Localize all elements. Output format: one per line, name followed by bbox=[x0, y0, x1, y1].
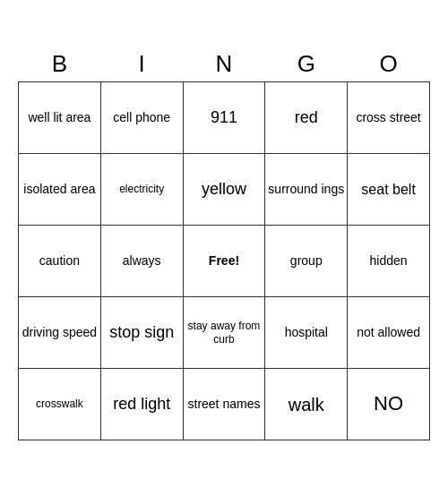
bingo-cell-0-3: red bbox=[265, 82, 348, 154]
bingo-header-row: BINGO bbox=[19, 47, 430, 82]
bingo-cell-4-4: NO bbox=[348, 369, 430, 440]
bingo-cell-2-3: group bbox=[265, 226, 348, 297]
header-col-o: O bbox=[348, 47, 430, 82]
bingo-cell-3-0: driving speed bbox=[19, 297, 101, 369]
bingo-row-0: well lit areacell phone911redcross stree… bbox=[19, 82, 430, 154]
bingo-cell-3-2: stay away from curb bbox=[183, 297, 265, 369]
bingo-cell-2-0: caution bbox=[19, 226, 101, 297]
header-col-b: B bbox=[19, 47, 101, 82]
header-col-i: I bbox=[100, 47, 183, 82]
bingo-cell-2-2: Free! bbox=[183, 226, 265, 297]
header-col-g: G bbox=[265, 47, 348, 82]
header-col-n: N bbox=[183, 47, 265, 82]
bingo-cell-1-1: electricity bbox=[100, 154, 183, 226]
bingo-cell-0-4: cross street bbox=[348, 82, 430, 154]
bingo-row-1: isolated areaelectricityyellowsurround i… bbox=[19, 154, 430, 226]
bingo-cell-4-0: crosswalk bbox=[19, 369, 101, 440]
bingo-cell-0-0: well lit area bbox=[19, 82, 101, 154]
bingo-cell-3-4: not allowed bbox=[348, 297, 430, 369]
bingo-cell-4-3: walk bbox=[265, 369, 348, 440]
bingo-cell-4-1: red light bbox=[100, 369, 183, 440]
bingo-cell-4-2: street names bbox=[183, 369, 265, 440]
bingo-cell-3-3: hospital bbox=[265, 297, 348, 369]
bingo-cell-2-4: hidden bbox=[348, 226, 430, 297]
bingo-cell-1-0: isolated area bbox=[19, 154, 101, 226]
bingo-row-4: crosswalkred lightstreet nameswalkNO bbox=[19, 369, 430, 440]
bingo-row-2: cautionalwaysFree!grouphidden bbox=[19, 226, 430, 297]
bingo-card: BINGO well lit areacell phone911redcross… bbox=[18, 47, 430, 440]
bingo-cell-0-2: 911 bbox=[183, 82, 265, 154]
bingo-cell-2-1: always bbox=[100, 226, 183, 297]
bingo-cell-0-1: cell phone bbox=[100, 82, 183, 154]
bingo-row-3: driving speedstop signstay away from cur… bbox=[19, 297, 430, 369]
bingo-cell-1-3: surround ings bbox=[265, 154, 348, 226]
bingo-cell-3-1: stop sign bbox=[100, 297, 183, 369]
bingo-cell-1-2: yellow bbox=[183, 154, 265, 226]
bingo-cell-1-4: seat belt bbox=[348, 154, 430, 226]
